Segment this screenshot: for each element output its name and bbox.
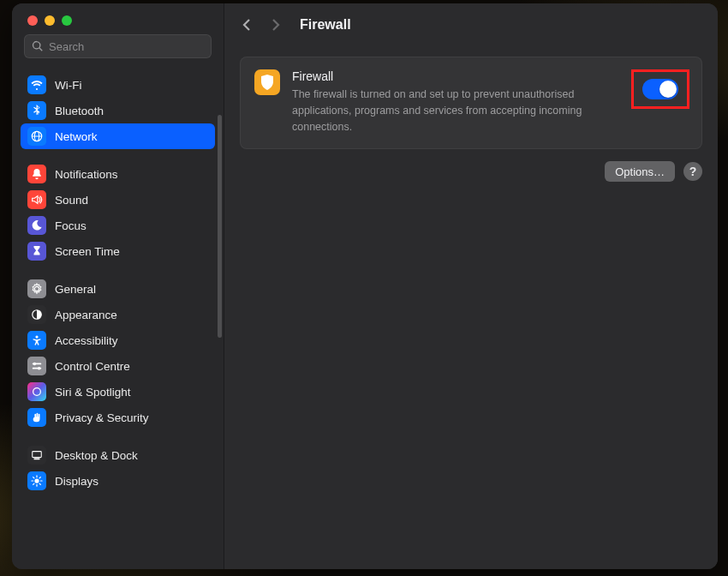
nav-back-button[interactable]: [240, 17, 255, 33]
sidebar-item-screen-time[interactable]: Screen Time: [21, 238, 215, 264]
sidebar-item-sound[interactable]: Sound: [21, 187, 215, 213]
sidebar-item-label: Sound: [55, 194, 88, 207]
minimize-window-button[interactable]: [45, 15, 55, 26]
maximize-window-button[interactable]: [62, 15, 72, 26]
sidebar-item-focus[interactable]: Focus: [21, 213, 215, 238]
firewall-toggle[interactable]: [642, 79, 678, 99]
sidebar-item-label: Appearance: [55, 309, 117, 321]
sidebar-item-wifi[interactable]: Wi-Fi: [21, 72, 215, 98]
sidebar-item-appearance[interactable]: Appearance: [21, 302, 215, 327]
svg-point-4: [35, 335, 38, 338]
actions-row: Options… ?: [240, 161, 702, 182]
dock-icon: [27, 446, 46, 465]
sidebar-nav: Wi-Fi Bluetooth Network Notifications: [12, 67, 224, 569]
siri-icon: [27, 382, 46, 401]
hand-icon: [27, 408, 46, 427]
sidebar-item-label: Wi-Fi: [55, 79, 81, 92]
sidebar-item-label: General: [55, 283, 96, 296]
page-title: Firewall: [300, 17, 351, 33]
sidebar-item-network[interactable]: Network: [21, 123, 215, 149]
sidebar-item-desktop-dock[interactable]: Desktop & Dock: [21, 442, 215, 468]
contrast-icon: [27, 305, 46, 324]
svg-point-9: [33, 388, 41, 396]
svg-rect-10: [33, 452, 42, 458]
sidebar-item-label: Privacy & Security: [55, 411, 149, 424]
sidebar-item-displays[interactable]: Displays: [21, 468, 215, 494]
display-icon: [27, 471, 46, 490]
main-panel: Firewall Firewall The firewall is turned…: [224, 3, 718, 569]
sidebar-item-label: Focus: [55, 219, 87, 232]
window-controls: [12, 3, 224, 34]
sidebar: Wi-Fi Bluetooth Network Notifications: [12, 3, 224, 569]
sidebar-item-label: Displays: [55, 475, 98, 488]
highlight-box: [631, 69, 689, 109]
titlebar: Firewall: [224, 3, 718, 46]
sidebar-item-privacy-security[interactable]: Privacy & Security: [21, 405, 215, 430]
card-description: The firewall is turned on and set up to …: [292, 87, 636, 135]
nav-group: Desktop & Dock Displays: [21, 442, 215, 494]
svg-point-8: [38, 367, 41, 370]
sidebar-item-siri-spotlight[interactable]: Siri & Spotlight: [21, 379, 215, 405]
svg-rect-11: [34, 459, 40, 460]
sidebar-item-accessibility[interactable]: Accessibility: [21, 327, 215, 353]
settings-window: Wi-Fi Bluetooth Network Notifications: [12, 3, 718, 569]
content-area: Firewall The firewall is turned on and s…: [224, 46, 718, 192]
shield-icon: [254, 69, 280, 95]
chevron-left-icon: [242, 19, 253, 31]
search-input[interactable]: [49, 40, 204, 53]
sidebar-item-label: Screen Time: [55, 245, 120, 258]
sidebar-item-label: Siri & Spotlight: [55, 386, 131, 399]
sidebar-scrollbar[interactable]: [218, 115, 222, 338]
sidebar-item-label: Notifications: [55, 168, 118, 181]
nav-group: Notifications Sound Focus Screen Time: [21, 161, 215, 264]
sidebar-item-control-centre[interactable]: Control Centre: [21, 353, 215, 379]
svg-point-12: [34, 478, 39, 483]
sliders-icon: [27, 357, 46, 375]
nav-group: General Appearance Accessibility Control…: [21, 276, 215, 430]
sidebar-item-general[interactable]: General: [21, 276, 215, 302]
card-title: Firewall: [292, 69, 636, 83]
wifi-icon: [27, 75, 46, 94]
toggle-knob: [659, 81, 677, 98]
sidebar-item-label: Network: [55, 130, 98, 143]
sidebar-item-label: Accessibility: [55, 334, 118, 347]
speaker-icon: [27, 190, 46, 209]
bell-icon: [27, 165, 46, 183]
gear-icon: [27, 279, 46, 298]
bluetooth-icon: [27, 101, 46, 120]
options-button[interactable]: Options…: [605, 161, 675, 182]
search-field[interactable]: [24, 34, 212, 58]
sidebar-item-label: Bluetooth: [55, 105, 104, 117]
chevron-right-icon: [270, 19, 280, 31]
moon-icon: [27, 216, 46, 235]
search-icon: [32, 40, 44, 52]
sidebar-item-notifications[interactable]: Notifications: [21, 161, 215, 187]
sidebar-item-label: Desktop & Dock: [55, 449, 138, 462]
firewall-card: Firewall The firewall is turned on and s…: [240, 57, 702, 149]
hourglass-icon: [27, 242, 46, 261]
help-button[interactable]: ?: [683, 162, 702, 181]
accessibility-icon: [27, 331, 46, 350]
globe-icon: [27, 127, 46, 146]
nav-forward-button[interactable]: [267, 17, 283, 33]
nav-group: Wi-Fi Bluetooth Network: [21, 72, 215, 149]
card-body: Firewall The firewall is turned on and s…: [292, 69, 688, 135]
sidebar-item-label: Control Centre: [55, 360, 130, 373]
svg-point-7: [33, 363, 37, 366]
close-window-button[interactable]: [27, 15, 38, 26]
sidebar-item-bluetooth[interactable]: Bluetooth: [21, 98, 215, 123]
